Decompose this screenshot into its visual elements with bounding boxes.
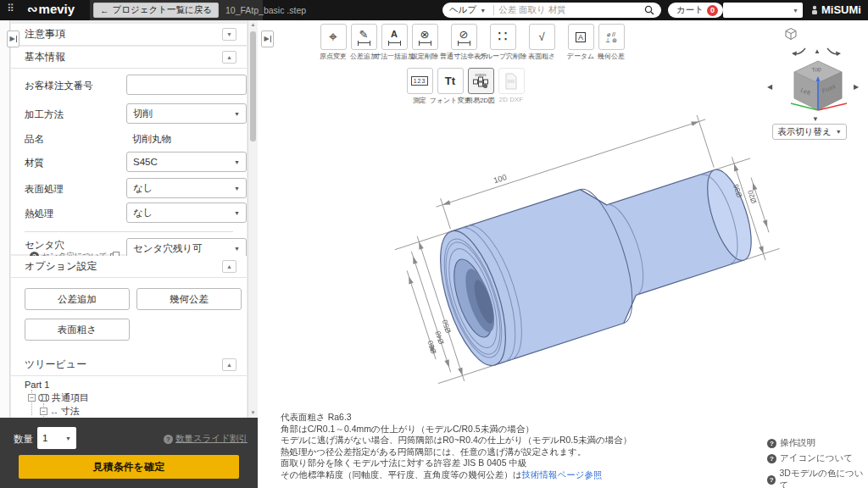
rotate-view-left-icon[interactable]: ◀ [767, 83, 772, 91]
3d-viewport[interactable]: ▶ ⌖ 原点変更 ✎ 公差追加 A 寸法一括追加 ⊗ 設定削除 ⊘ 普通寸法非 [259, 20, 868, 488]
material-select[interactable]: S45C▼ [126, 152, 247, 172]
divider [493, 5, 494, 15]
method-label: 加工方法 [25, 108, 64, 121]
tree-item-common[interactable]: − 共通項目 [28, 391, 89, 404]
note-line: 代表面粗さ Ra6.3 [281, 412, 632, 424]
viewport-panel-handle[interactable]: ▶ [261, 30, 274, 47]
order-number-label: お客様注文番号 [25, 80, 93, 92]
dim-right-inner-label: Ø20 [746, 189, 759, 205]
display-switch-button[interactable]: 表示切り替え ▼ [772, 124, 847, 140]
search-scope-dropdown[interactable]: ヘルプ [449, 4, 476, 16]
scrollbar-thumb[interactable] [250, 31, 256, 141]
note-line: モデルに逃げ溝がない場合、円筒隅部はR0~R0.4の仕上がり（モデルR0.5未満… [281, 435, 632, 446]
collapsed-panel-strip [0, 20, 10, 418]
collapse-toggle-icon[interactable]: ▲ [222, 51, 236, 64]
question-icon: ? [164, 435, 173, 444]
misumi-brand: MiSUMi [810, 3, 861, 16]
app-grid-icon[interactable]: ⠿ [7, 3, 14, 14]
note-line: その他標準精度（同軸度、平行度、直角度等の幾何公差）は技術情報ページ参照 [281, 469, 632, 481]
about-icons-link[interactable]: ? アイコンについて [767, 452, 868, 464]
misumi-icon [810, 5, 819, 15]
tree-view-body: Part 1 − 共通項目 − ↔ 寸法 ⌀ Φ50 [11, 376, 247, 418]
account-dropdown[interactable]: ▼ [723, 3, 803, 18]
scroll-down-icon[interactable]: ▼ [248, 408, 258, 418]
cart-button[interactable]: カート 0 [668, 3, 723, 18]
chevron-down-icon: ▼ [234, 246, 240, 252]
rotate-up-icon[interactable]: ▲ [814, 47, 821, 55]
rotate-down-icon[interactable]: ▼ [812, 115, 819, 123]
cart-count-badge: 0 [707, 5, 718, 16]
chevron-down-icon: ▼ [234, 186, 240, 191]
geometric-tolerance-button[interactable]: 幾何公差 [136, 288, 242, 310]
view-cube[interactable]: Top Left Front [786, 58, 850, 117]
view-cube-widget[interactable]: ▲ ◀ ▶ Top Left Front ▼ 表示切り替え ▼ [765, 24, 867, 144]
search-icon[interactable] [644, 5, 654, 15]
help-links: ? 操作説明 ? アイコンについて ? 3Dモデルの色について [767, 437, 868, 488]
chevron-down-icon: ▼ [65, 435, 71, 441]
back-to-projects-button[interactable]: ← プロジェクト一覧に戻る [93, 3, 219, 18]
tolerance-notes: 代表面粗さ Ra6.3 角部はC/R0.1～0.4mmの仕上がり（モデルC/R0… [281, 412, 632, 481]
back-arrow-icon: ← [100, 5, 109, 15]
chevron-down-icon: ▼ [793, 8, 798, 14]
section-header-options[interactable]: オプション設定 ▲ [11, 256, 247, 278]
surface-treatment-label: 表面処理 [25, 183, 64, 196]
dim-length-label: 100 [492, 172, 508, 185]
collapse-minus-icon[interactable]: − [28, 394, 36, 402]
tree-item-dimensions[interactable]: − ↔ 寸法 [40, 405, 80, 418]
quantity-discount-link[interactable]: ? 数量スライド割引 [164, 433, 248, 445]
collapse-minus-icon[interactable]: − [40, 408, 47, 415]
product-name-value: 切削丸物 [132, 133, 171, 146]
rotate-right-icon[interactable] [825, 46, 842, 58]
meviy-logo[interactable]: ∾meviy [27, 2, 75, 17]
question-icon: ? [767, 454, 776, 463]
open-file-name: 10_FAtp_basic .step [225, 5, 306, 15]
operation-guide-link[interactable]: ? 操作説明 [767, 437, 868, 449]
chevron-down-icon: ▼ [836, 129, 842, 135]
search-input[interactable]: 公差 面取り 材質 [498, 4, 644, 16]
settings-sidebar: ▶ 注意事項 ▼ 基本情報 ▲ お客様注文番号 加工方法 切削▼ 品名 切削丸物… [0, 20, 258, 488]
section-header-tree-view[interactable]: ツリービュー ▲ [11, 354, 247, 376]
options-body: 公差追加 幾何公差 表面粗さ [11, 278, 247, 354]
collapse-toggle-icon[interactable]: ▲ [222, 260, 236, 273]
chevron-down-icon: ▼ [234, 210, 240, 216]
sidebar-scrollbar[interactable]: ▲ ▼ [248, 20, 258, 418]
about-model-colors-link[interactable]: ? 3Dモデルの色について [767, 468, 868, 488]
section-header-basic-info[interactable]: 基本情報 ▲ [11, 47, 247, 69]
divider [25, 231, 233, 232]
rotate-view-right-icon[interactable]: ▶ [854, 83, 859, 91]
cube-outline-icon[interactable] [784, 27, 798, 41]
quote-footer: 数量 1▼ ? 数量スライド割引 見積条件を確定 [0, 418, 258, 488]
chevron-down-icon: ▼ [234, 159, 240, 165]
section-header-notes[interactable]: 注意事項 ▼ [11, 24, 247, 46]
dimension-icon: ↔ [50, 407, 58, 416]
customer-order-number-input[interactable] [126, 75, 247, 95]
rotate-left-icon[interactable] [791, 46, 808, 58]
product-name-label: 品名 [25, 133, 44, 146]
chevron-down-icon: ▼ [234, 111, 240, 117]
technical-info-link[interactable]: 技術情報ページ参照 [521, 469, 602, 480]
add-tolerance-button[interactable]: 公差追加 [25, 288, 130, 310]
confirm-quote-button[interactable]: 見積条件を確定 [19, 455, 239, 479]
tree-root-part[interactable]: Part 1 [25, 380, 49, 390]
top-bar: ⠿ ∾meviy ← プロジェクト一覧に戻る 10_FAtp_basic .st… [0, 0, 868, 20]
material-label: 材質 [25, 157, 44, 169]
note-line: 角部はC/R0.1～0.4mmの仕上がり（モデルC/R0.5未満の場合） [281, 424, 632, 435]
machining-method-select[interactable]: 切削▼ [126, 103, 247, 124]
expand-toggle-icon[interactable]: ▼ [222, 28, 236, 41]
quantity-label: 数量 [14, 433, 33, 446]
quantity-select[interactable]: 1▼ [37, 427, 76, 449]
note-line: 熱処理かつ径公差指定がある円筒隅部には、任意の逃げ溝が設定されます。 [281, 446, 632, 458]
question-icon: ? [767, 475, 776, 485]
collapse-toggle-icon[interactable]: ▲ [222, 358, 236, 371]
project-tab-strip: ← プロジェクト一覧に戻る 10_FAtp_basic .step [90, 0, 263, 20]
chevron-down-icon: ▼ [480, 8, 486, 14]
search-bar[interactable]: ヘルプ ▼ 公差 面取り 材質 [442, 3, 661, 18]
scroll-up-icon[interactable]: ▲ [248, 20, 258, 30]
basic-info-body: お客様注文番号 加工方法 切削▼ 品名 切削丸物 材質 S45C▼ 表面処理 な… [11, 69, 247, 254]
heat-treatment-select[interactable]: なし▼ [126, 202, 247, 223]
heat-treatment-label: 熱処理 [25, 208, 54, 220]
sidebar-collapse-handle[interactable]: ▶ [7, 30, 19, 47]
surface-treatment-select[interactable]: なし▼ [126, 178, 247, 198]
surface-roughness-button[interactable]: 表面粗さ [25, 319, 130, 341]
note-line: 面取り部分を除くモデル寸法に対する許容差 JIS B 0405 中級 [281, 458, 632, 469]
